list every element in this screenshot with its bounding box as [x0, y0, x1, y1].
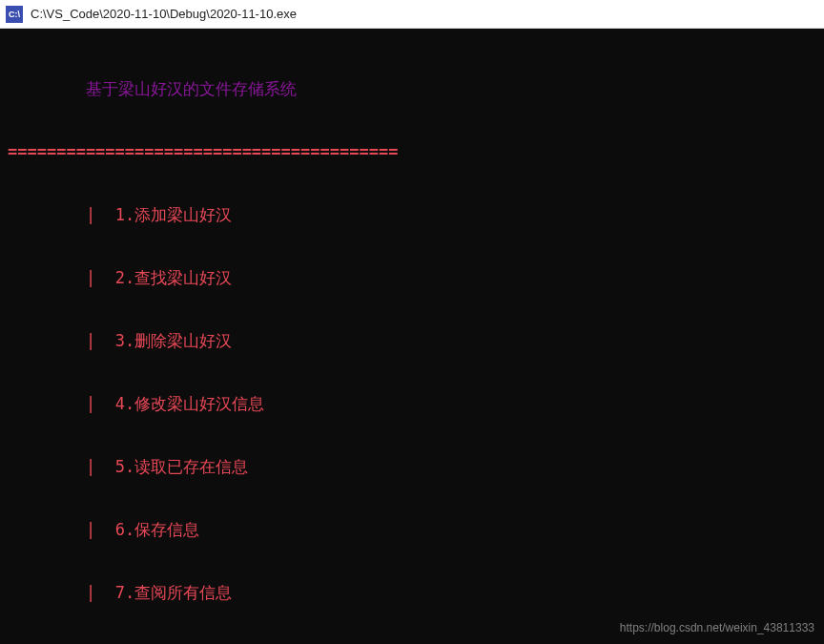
- menu-item-6: | 6.保存信息: [86, 519, 820, 540]
- divider-top: ========================================: [8, 141, 820, 162]
- console-heading: 基于梁山好汉的文件存储系统: [86, 78, 820, 99]
- menu-item-4: | 4.修改梁山好汉信息: [86, 393, 820, 414]
- window-title: C:\VS_Code\2020-11-10\Debug\2020-11-10.e…: [31, 7, 297, 21]
- console-window: C:\ C:\VS_Code\2020-11-10\Debug\2020-11-…: [0, 0, 824, 644]
- watermark-text: https://blog.csdn.net/weixin_43811333: [620, 617, 814, 638]
- menu-item-5: | 5.读取已存在信息: [86, 456, 820, 477]
- console-area[interactable]: 基于梁山好汉的文件存储系统 ==========================…: [0, 29, 824, 644]
- menu-item-3: | 3.删除梁山好汉: [86, 330, 820, 351]
- menu-item-7: | 7.查阅所有信息: [86, 582, 820, 603]
- app-icon: C:\: [6, 6, 23, 23]
- menu-item-2: | 2.查找梁山好汉: [86, 267, 820, 288]
- window-titlebar[interactable]: C:\ C:\VS_Code\2020-11-10\Debug\2020-11-…: [0, 0, 824, 29]
- menu-item-1: | 1.添加梁山好汉: [86, 204, 820, 225]
